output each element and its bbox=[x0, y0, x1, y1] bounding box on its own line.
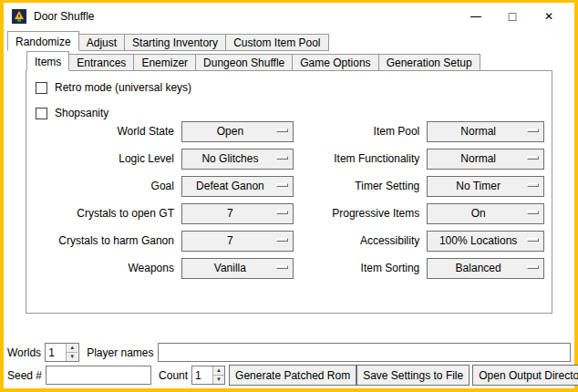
spinner-arrows: ▲ ▼ bbox=[66, 344, 77, 361]
logic-level-label: Logic Level bbox=[32, 152, 181, 165]
player-names-label: Player names bbox=[87, 346, 153, 359]
dropdown-value: 7 bbox=[227, 207, 233, 220]
dropdown-value: Open bbox=[217, 125, 243, 138]
dropdown-indicator-icon bbox=[276, 156, 288, 160]
dropdown-crystals-ganon[interactable]: 7 bbox=[181, 231, 294, 252]
outer-tab-bar: Randomize Adjust Starting Inventory Cust… bbox=[7, 31, 329, 51]
titlebar[interactable]: Door Shuffle — □ ✕ bbox=[4, 3, 574, 29]
tab-game-options[interactable]: Game Options bbox=[292, 54, 378, 71]
window-title: Door Shuffle bbox=[34, 10, 95, 23]
spin-down-icon[interactable]: ▼ bbox=[67, 353, 77, 361]
dropdown-accessibility[interactable]: 100% Locations bbox=[427, 231, 544, 252]
worlds-spinner[interactable]: ▲ ▼ bbox=[45, 343, 79, 362]
tab-items[interactable]: Items bbox=[26, 51, 69, 71]
dropdown-indicator-icon bbox=[527, 265, 539, 269]
dropdown-goal[interactable]: Defeat Ganon bbox=[181, 176, 294, 197]
checkbox-retro-mode[interactable]: Retro mode (universal keys) bbox=[36, 78, 191, 97]
spinner-arrows: ▲ ▼ bbox=[212, 366, 224, 384]
count-label: Count bbox=[159, 369, 188, 382]
checkbox-label: Shopsanity bbox=[55, 107, 108, 119]
dropdown-value: Balanced bbox=[456, 262, 501, 274]
player-names-input[interactable] bbox=[158, 343, 572, 362]
dropdown-timer-setting[interactable]: No Timer bbox=[427, 176, 544, 197]
form-row: Logic Level No Glitches Item Functionali… bbox=[32, 148, 548, 170]
seed-row: Seed # Count ▲ ▼ Generate Patched Rom Sa… bbox=[7, 365, 571, 386]
dropdown-value: Normal bbox=[460, 152, 496, 165]
open-output-button[interactable]: Open Output Directory bbox=[472, 365, 578, 386]
checkbox-box bbox=[36, 82, 47, 94]
inner-tab-bar: Items Entrances Enemizer Dungeon Shuffle… bbox=[26, 51, 552, 71]
dropdown-world-state[interactable]: Open bbox=[181, 121, 294, 142]
goal-label: Goal bbox=[32, 180, 181, 192]
dropdown-value: Normal bbox=[460, 125, 496, 138]
dropdown-indicator-icon bbox=[276, 265, 288, 269]
dropdown-value: 7 bbox=[227, 234, 233, 247]
dropdown-indicator-icon bbox=[527, 129, 539, 132]
crystals-gt-label: Crystals to open GT bbox=[32, 207, 181, 220]
close-button[interactable]: ✕ bbox=[531, 3, 567, 29]
dropdown-item-pool[interactable]: Normal bbox=[427, 121, 544, 142]
tab-custom-item-pool[interactable]: Custom Item Pool bbox=[225, 34, 328, 51]
dropdown-value: No Timer bbox=[456, 180, 501, 192]
tab-generation-setup[interactable]: Generation Setup bbox=[378, 54, 480, 71]
app-icon bbox=[12, 9, 26, 24]
tab-enemizer[interactable]: Enemizer bbox=[133, 54, 196, 71]
seed-label: Seed # bbox=[7, 369, 42, 382]
tab-dungeon-shuffle[interactable]: Dungeon Shuffle bbox=[195, 54, 293, 71]
form-row: Goal Defeat Ganon Timer Setting No Timer bbox=[32, 175, 548, 197]
dropdown-value: 100% Locations bbox=[439, 234, 517, 247]
generate-rom-button[interactable]: Generate Patched Rom bbox=[229, 365, 356, 386]
dropdown-crystals-gt[interactable]: 7 bbox=[181, 203, 294, 224]
count-spinner[interactable]: ▲ ▼ bbox=[191, 366, 225, 385]
options-form: World State Open Item Pool Normal Logic … bbox=[32, 120, 548, 284]
seed-input[interactable] bbox=[46, 366, 151, 385]
dropdown-indicator-icon bbox=[527, 238, 539, 242]
item-pool-label: Item Pool bbox=[294, 125, 427, 138]
dropdown-indicator-icon bbox=[276, 183, 288, 187]
form-row: World State Open Item Pool Normal bbox=[32, 120, 548, 142]
minimize-icon: — bbox=[470, 10, 481, 23]
spin-up-icon[interactable]: ▲ bbox=[213, 366, 224, 376]
worlds-label: Worlds bbox=[7, 346, 41, 359]
tab-starting-inventory[interactable]: Starting Inventory bbox=[124, 34, 226, 51]
dropdown-value: Vanilla bbox=[214, 262, 246, 274]
window-inner: Door Shuffle — □ ✕ Randomize Adjust Star… bbox=[4, 3, 574, 388]
dropdown-logic-level[interactable]: No Glitches bbox=[181, 149, 294, 170]
dropdown-value: On bbox=[471, 207, 486, 220]
weapons-label: Weapons bbox=[32, 262, 181, 274]
tab-randomize[interactable]: Randomize bbox=[7, 31, 79, 51]
window-controls: — □ ✕ bbox=[458, 3, 567, 29]
save-settings-button[interactable]: Save Settings to File bbox=[356, 365, 470, 386]
dropdown-indicator-icon bbox=[276, 129, 288, 132]
checkbox-label: Retro mode (universal keys) bbox=[55, 81, 191, 94]
maximize-icon: □ bbox=[509, 9, 516, 24]
dropdown-value: No Glitches bbox=[201, 152, 258, 165]
dropdown-item-sorting[interactable]: Balanced bbox=[427, 258, 544, 279]
dropdown-value: Defeat Ganon bbox=[196, 180, 264, 192]
tab-adjust[interactable]: Adjust bbox=[78, 34, 125, 51]
form-row: Weapons Vanilla Item Sorting Balanced bbox=[32, 257, 548, 279]
maximize-button[interactable]: □ bbox=[494, 3, 531, 29]
worlds-row: Worlds ▲ ▼ Player names bbox=[7, 342, 571, 363]
checkbox-shopsanity[interactable]: Shopsanity bbox=[36, 104, 191, 122]
spin-up-icon[interactable]: ▲ bbox=[67, 344, 77, 353]
tab-panel-items: Retro mode (universal keys) Shopsanity W… bbox=[26, 70, 552, 314]
dropdown-progressive-items[interactable]: On bbox=[427, 203, 544, 224]
form-row: Crystals to harm Ganon 7 Accessibility 1… bbox=[32, 230, 548, 252]
tab-entrances[interactable]: Entrances bbox=[68, 54, 134, 71]
dropdown-weapons[interactable]: Vanilla bbox=[181, 258, 294, 279]
spin-down-icon[interactable]: ▼ bbox=[213, 376, 224, 384]
crystals-ganon-label: Crystals to harm Ganon bbox=[32, 234, 181, 247]
worlds-input[interactable] bbox=[46, 344, 66, 361]
dropdown-indicator-icon bbox=[527, 211, 539, 214]
app-window: Door Shuffle — □ ✕ Randomize Adjust Star… bbox=[0, 0, 578, 392]
dropdown-indicator-icon bbox=[527, 183, 539, 187]
item-sorting-label: Item Sorting bbox=[294, 262, 427, 274]
count-input[interactable] bbox=[192, 366, 212, 384]
accessibility-label: Accessibility bbox=[294, 234, 427, 247]
dropdown-item-functionality[interactable]: Normal bbox=[427, 149, 544, 170]
minimize-button[interactable]: — bbox=[458, 3, 494, 29]
progressive-items-label: Progressive Items bbox=[294, 207, 427, 220]
item-functionality-label: Item Functionality bbox=[294, 152, 427, 165]
dropdown-indicator-icon bbox=[276, 211, 288, 214]
